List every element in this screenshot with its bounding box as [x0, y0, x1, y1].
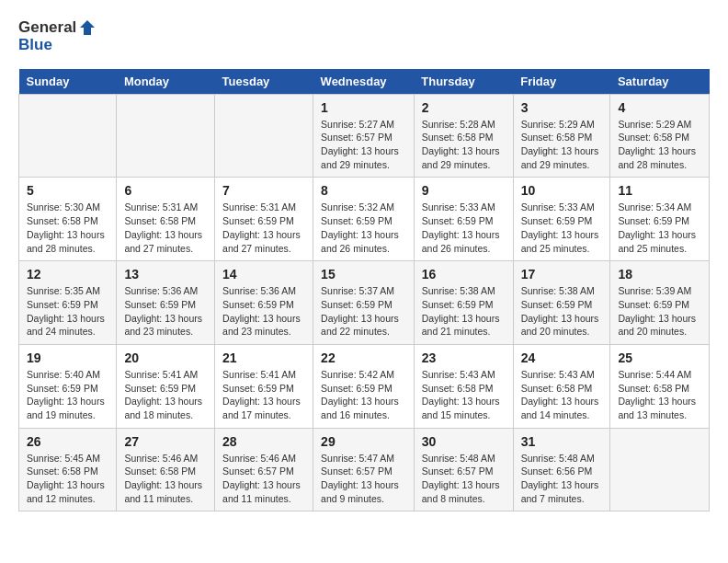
day-header-saturday: Saturday	[610, 69, 710, 95]
day-info: Sunrise: 5:46 AMSunset: 6:58 PMDaylight:…	[124, 452, 207, 506]
calendar-cell: 25Sunrise: 5:44 AMSunset: 6:58 PMDayligh…	[610, 344, 710, 428]
calendar-cell	[610, 428, 710, 511]
svg-marker-0	[80, 20, 95, 35]
calendar-cell: 20Sunrise: 5:41 AMSunset: 6:59 PMDayligh…	[117, 344, 215, 428]
calendar-cell: 5Sunrise: 5:30 AMSunset: 6:58 PMDaylight…	[19, 178, 117, 261]
day-number: 17	[521, 267, 603, 282]
day-number: 20	[124, 350, 207, 365]
day-number: 13	[124, 267, 207, 282]
calendar-week-2: 5Sunrise: 5:30 AMSunset: 6:58 PMDaylight…	[19, 178, 710, 261]
calendar-week-3: 12Sunrise: 5:35 AMSunset: 6:59 PMDayligh…	[19, 261, 710, 345]
day-info: Sunrise: 5:30 AMSunset: 6:58 PMDaylight:…	[27, 201, 108, 255]
day-info: Sunrise: 5:33 AMSunset: 6:59 PMDaylight:…	[521, 201, 603, 255]
day-header-sunday: Sunday	[19, 69, 117, 95]
day-info: Sunrise: 5:44 AMSunset: 6:58 PMDaylight:…	[618, 368, 701, 422]
day-info: Sunrise: 5:29 AMSunset: 6:58 PMDaylight:…	[618, 118, 701, 172]
page-header: General Blue	[18, 18, 710, 54]
calendar-cell: 13Sunrise: 5:36 AMSunset: 6:59 PMDayligh…	[117, 261, 215, 345]
day-number: 27	[124, 434, 207, 449]
calendar-cell	[215, 94, 313, 178]
day-info: Sunrise: 5:37 AMSunset: 6:59 PMDaylight:…	[321, 284, 406, 339]
day-info: Sunrise: 5:27 AMSunset: 6:57 PMDaylight:…	[321, 118, 406, 172]
calendar-cell: 9Sunrise: 5:33 AMSunset: 6:59 PMDaylight…	[414, 178, 513, 261]
calendar-cell: 1Sunrise: 5:27 AMSunset: 6:57 PMDaylight…	[313, 94, 415, 178]
calendar-cell: 15Sunrise: 5:37 AMSunset: 6:59 PMDayligh…	[313, 261, 415, 345]
calendar-cell: 22Sunrise: 5:42 AMSunset: 6:59 PMDayligh…	[313, 344, 415, 428]
day-number: 16	[422, 267, 506, 282]
calendar-cell: 29Sunrise: 5:47 AMSunset: 6:57 PMDayligh…	[313, 428, 415, 511]
logo-general: General	[18, 19, 76, 37]
day-header-wednesday: Wednesday	[313, 69, 415, 95]
calendar-cell: 27Sunrise: 5:46 AMSunset: 6:58 PMDayligh…	[117, 428, 215, 511]
day-info: Sunrise: 5:28 AMSunset: 6:58 PMDaylight:…	[422, 118, 506, 172]
day-info: Sunrise: 5:48 AMSunset: 6:56 PMDaylight:…	[521, 452, 603, 506]
day-number: 29	[321, 434, 406, 449]
day-number: 19	[27, 350, 108, 365]
calendar-cell: 12Sunrise: 5:35 AMSunset: 6:59 PMDayligh…	[19, 261, 117, 345]
day-info: Sunrise: 5:43 AMSunset: 6:58 PMDaylight:…	[422, 368, 506, 422]
day-info: Sunrise: 5:47 AMSunset: 6:57 PMDaylight:…	[321, 452, 406, 506]
calendar-table: SundayMondayTuesdayWednesdayThursdayFrid…	[18, 69, 710, 512]
calendar-cell: 3Sunrise: 5:29 AMSunset: 6:58 PMDaylight…	[513, 94, 610, 178]
day-number: 30	[422, 434, 506, 449]
day-info: Sunrise: 5:40 AMSunset: 6:59 PMDaylight:…	[27, 368, 108, 422]
day-number: 22	[321, 350, 406, 365]
calendar-cell: 18Sunrise: 5:39 AMSunset: 6:59 PMDayligh…	[610, 261, 710, 345]
calendar-cell: 31Sunrise: 5:48 AMSunset: 6:56 PMDayligh…	[513, 428, 610, 511]
calendar-cell: 16Sunrise: 5:38 AMSunset: 6:59 PMDayligh…	[414, 261, 513, 345]
calendar-cell: 11Sunrise: 5:34 AMSunset: 6:59 PMDayligh…	[610, 178, 710, 261]
calendar-cell: 28Sunrise: 5:46 AMSunset: 6:57 PMDayligh…	[215, 428, 313, 511]
day-info: Sunrise: 5:42 AMSunset: 6:59 PMDaylight:…	[321, 368, 406, 422]
day-info: Sunrise: 5:48 AMSunset: 6:57 PMDaylight:…	[422, 452, 506, 506]
calendar-week-4: 19Sunrise: 5:40 AMSunset: 6:59 PMDayligh…	[19, 344, 710, 428]
day-number: 4	[618, 100, 701, 115]
calendar-cell: 24Sunrise: 5:43 AMSunset: 6:58 PMDayligh…	[513, 344, 610, 428]
day-info: Sunrise: 5:46 AMSunset: 6:57 PMDaylight:…	[222, 452, 305, 506]
calendar-cell: 26Sunrise: 5:45 AMSunset: 6:58 PMDayligh…	[19, 428, 117, 511]
day-number: 2	[422, 100, 506, 115]
day-info: Sunrise: 5:45 AMSunset: 6:58 PMDaylight:…	[27, 452, 108, 506]
calendar-cell	[19, 94, 117, 178]
calendar-cell	[117, 94, 215, 178]
calendar-cell: 2Sunrise: 5:28 AMSunset: 6:58 PMDaylight…	[414, 94, 513, 178]
day-number: 25	[618, 350, 701, 365]
day-info: Sunrise: 5:32 AMSunset: 6:59 PMDaylight:…	[321, 201, 406, 255]
day-info: Sunrise: 5:31 AMSunset: 6:59 PMDaylight:…	[222, 201, 305, 255]
calendar-cell: 4Sunrise: 5:29 AMSunset: 6:58 PMDaylight…	[610, 94, 710, 178]
day-number: 18	[618, 267, 701, 282]
day-number: 3	[521, 100, 603, 115]
calendar-header-row: SundayMondayTuesdayWednesdayThursdayFrid…	[19, 69, 710, 95]
calendar-cell: 17Sunrise: 5:38 AMSunset: 6:59 PMDayligh…	[513, 261, 610, 345]
calendar-cell: 8Sunrise: 5:32 AMSunset: 6:59 PMDaylight…	[313, 178, 415, 261]
day-number: 15	[321, 267, 406, 282]
day-header-tuesday: Tuesday	[215, 69, 313, 95]
day-info: Sunrise: 5:38 AMSunset: 6:59 PMDaylight:…	[521, 284, 603, 339]
day-number: 9	[422, 183, 506, 198]
day-header-thursday: Thursday	[414, 69, 513, 95]
day-number: 10	[521, 183, 603, 198]
day-info: Sunrise: 5:29 AMSunset: 6:58 PMDaylight:…	[521, 118, 603, 172]
day-number: 11	[618, 183, 701, 198]
day-number: 12	[27, 267, 108, 282]
calendar-cell: 10Sunrise: 5:33 AMSunset: 6:59 PMDayligh…	[513, 178, 610, 261]
day-number: 6	[124, 183, 207, 198]
day-header-friday: Friday	[513, 69, 610, 95]
day-info: Sunrise: 5:36 AMSunset: 6:59 PMDaylight:…	[222, 284, 305, 339]
logo: General Blue	[18, 18, 97, 54]
day-info: Sunrise: 5:33 AMSunset: 6:59 PMDaylight:…	[422, 201, 506, 255]
day-number: 24	[521, 350, 603, 365]
calendar-cell: 30Sunrise: 5:48 AMSunset: 6:57 PMDayligh…	[414, 428, 513, 511]
day-header-monday: Monday	[117, 69, 215, 95]
day-number: 14	[222, 267, 305, 282]
day-info: Sunrise: 5:35 AMSunset: 6:59 PMDaylight:…	[27, 284, 108, 339]
logo-text: General Blue	[18, 18, 97, 54]
day-number: 5	[27, 183, 108, 198]
day-info: Sunrise: 5:39 AMSunset: 6:59 PMDaylight:…	[618, 284, 701, 339]
calendar-cell: 6Sunrise: 5:31 AMSunset: 6:58 PMDaylight…	[117, 178, 215, 261]
day-info: Sunrise: 5:41 AMSunset: 6:59 PMDaylight:…	[124, 368, 207, 422]
day-info: Sunrise: 5:38 AMSunset: 6:59 PMDaylight:…	[422, 284, 506, 339]
day-number: 7	[222, 183, 305, 198]
calendar-week-1: 1Sunrise: 5:27 AMSunset: 6:57 PMDaylight…	[19, 94, 710, 178]
day-number: 31	[521, 434, 603, 449]
day-number: 23	[422, 350, 506, 365]
